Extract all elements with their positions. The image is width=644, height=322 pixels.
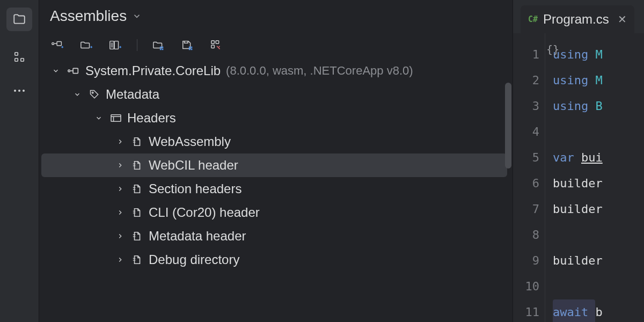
code-line [553,274,644,299]
save-collapse-button[interactable] [180,39,195,52]
chevron-right-icon [114,185,126,193]
code-content: using Musing Musing Bvar buibuilderbuild… [545,33,644,322]
editor-tabbar: C# Program.cs ✕ [513,0,644,33]
tree-node-label: WebAssembly [149,134,231,149]
ellipsis-icon [14,90,25,92]
line-number: 2 [513,68,539,93]
add-assembly-button[interactable] [50,39,65,52]
line-gutter: 1234567891011 [513,33,545,322]
svg-rect-15 [211,41,215,44]
add-folder-button[interactable] [79,39,94,52]
panel-title: Assemblies [50,8,127,25]
panel-toolbar [39,27,513,59]
svg-rect-11 [189,47,191,48]
code-line: await b [553,299,644,322]
chevron-down-icon [71,91,83,98]
assembly-icon [67,65,80,76]
tree-node-item[interactable]: Debug directory [39,248,513,272]
tree-node-label: Headers [127,111,176,126]
code-line: using M [553,68,644,93]
svg-rect-8 [162,47,164,48]
chevron-right-icon [114,209,126,216]
activity-btn-structure[interactable] [6,45,32,69]
tree-node-item[interactable]: WebCIL header [41,153,507,177]
tree-node-label: System.Private.CoreLib [85,63,221,78]
code-line: using M [553,42,644,68]
svg-point-18 [68,70,70,72]
panel-header[interactable]: Assemblies [39,0,513,27]
tree-node-item[interactable]: Metadata header [39,224,513,248]
headers-icon [110,113,122,123]
svg-rect-12 [191,47,193,48]
scrollbar-thumb[interactable] [505,83,511,169]
svg-rect-14 [191,48,193,50]
tree-node-label: Metadata [106,87,159,102]
tree-node-root[interactable]: System.Private.CoreLib (8.0.0.0, wasm, .… [39,59,513,83]
tree-node-label: Section headers [149,181,241,196]
svg-point-3 [52,42,54,45]
svg-rect-0 [15,53,18,56]
line-number: 1 [513,42,539,68]
svg-rect-17 [211,45,215,48]
svg-rect-1 [15,58,18,62]
svg-rect-19 [73,68,78,73]
line-number: 3 [513,93,539,119]
svg-rect-13 [189,48,191,50]
chevron-right-icon [114,138,126,145]
svg-rect-6 [114,41,118,49]
activity-bar [0,0,39,322]
line-number: 10 [513,274,539,299]
folder-icon [12,12,26,26]
svg-rect-4 [57,42,61,46]
tree-node-item[interactable]: WebAssembly [39,130,513,153]
chevron-right-icon [114,232,126,240]
svg-rect-7 [160,47,162,48]
tree-node-label: Debug directory [149,252,239,267]
close-icon[interactable]: ✕ [618,13,627,26]
tree-node-label: Metadata header [149,229,246,244]
editor-tab[interactable]: C# Program.cs ✕ [521,5,634,33]
file-header-icon [131,254,143,265]
line-number: 9 [513,248,539,274]
tree-node-label: CLI (Cor20) header [149,205,260,220]
file-header-icon [131,184,143,194]
line-number: 5 [513,145,539,171]
toolbar-separator [137,39,137,51]
svg-rect-9 [160,48,162,50]
svg-rect-5 [110,41,114,49]
chevron-down-icon [93,114,105,122]
tree-node-suffix: (8.0.0.0, wasm, .NETCoreApp v8.0) [226,64,413,78]
line-number: 7 [513,196,539,222]
add-nuget-button[interactable] [108,39,123,52]
settings-filter-button[interactable] [209,39,224,52]
activity-btn-more[interactable] [6,83,32,96]
code-line: builder [553,171,644,196]
fold-braces-icon[interactable]: {} [546,43,559,56]
structure-icon [13,51,25,63]
svg-rect-16 [216,41,219,44]
file-header-icon [131,136,143,147]
tag-icon [89,89,100,100]
tree-node-label: WebCIL header [149,158,238,173]
tree-node-item[interactable]: CLI (Cor20) header [39,201,513,224]
assemblies-panel: Assemblies System.Private.CoreLib (8.0.0… [39,0,513,322]
tree-node-metadata[interactable]: Metadata [39,83,513,106]
tab-filename: Program.cs [543,12,609,27]
tree-node-item[interactable]: Section headers [39,177,513,201]
editor-pane: C# Program.cs ✕ 1234567891011 {} using M… [513,0,644,322]
chevron-right-icon [114,162,126,169]
code-line: using B [553,93,644,119]
code-line [553,119,644,145]
svg-rect-21 [111,115,121,122]
tree-node-headers[interactable]: Headers [39,106,513,130]
expand-folder-button[interactable] [151,39,166,52]
chevron-down-icon [132,11,142,21]
code-line: builder [553,196,644,222]
line-number: 4 [513,119,539,145]
chevron-down-icon [50,67,62,75]
chevron-right-icon [114,256,126,264]
svg-rect-10 [162,48,164,50]
code-editor[interactable]: 1234567891011 {} using Musing Musing Bva… [513,33,644,322]
activity-btn-explorer[interactable] [6,8,32,31]
file-header-icon [131,160,143,171]
